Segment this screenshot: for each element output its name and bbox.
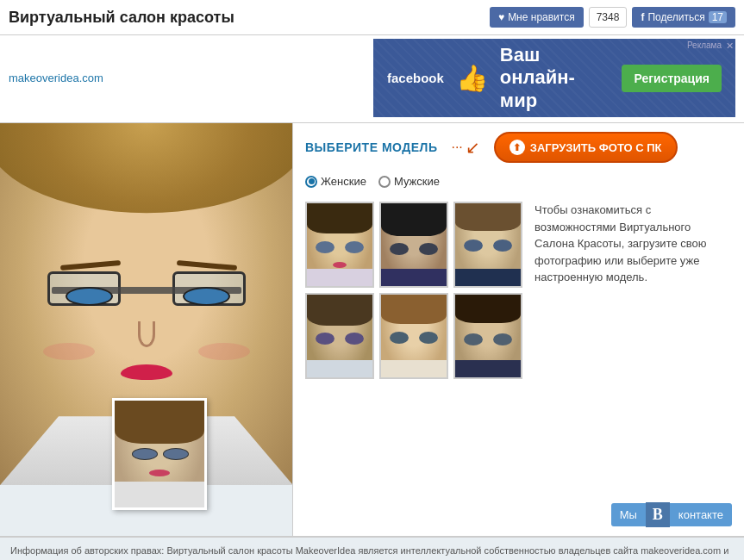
model-hair-2: [381, 203, 447, 236]
model-grid: [305, 202, 522, 379]
gender-row: Женские Мужские: [305, 175, 732, 188]
model-hair-1: [307, 203, 372, 233]
content-row: Чтобы ознакомиться с возможностями Вирту…: [305, 202, 732, 379]
small-body: [115, 482, 204, 507]
radio-female-inner: [309, 178, 315, 184]
banner-text: Ваш онлайн-мир: [500, 44, 610, 112]
model-hair-3: [455, 203, 521, 231]
photo-panel: [0, 123, 293, 536]
model-face-3: [455, 203, 521, 286]
top-bar: Виртуальный салон красоты ♥ Мне нравится…: [0, 0, 744, 35]
model-face-5: [381, 295, 447, 377]
thumbs-up-icon: 👍: [456, 63, 488, 93]
site-link[interactable]: makeoveridea.com: [9, 72, 373, 84]
like-count: 7348: [589, 7, 628, 28]
gender-male-radio[interactable]: Мужские: [378, 175, 440, 188]
small-eye-left: [132, 448, 158, 460]
vk-button[interactable]: Мы В контакте: [611, 502, 732, 527]
model-thumb-6[interactable]: [453, 293, 522, 379]
model-thumb-3[interactable]: [453, 202, 522, 288]
arrow-dots: ···↙: [451, 137, 479, 158]
gender-female-radio[interactable]: Женские: [305, 175, 366, 188]
model-hair-5: [381, 295, 447, 324]
vk-row: Мы В контакте: [305, 494, 732, 527]
model-thumb-4[interactable]: [305, 293, 374, 379]
footer-text: Информация об авторских правах: Виртуаль…: [10, 545, 728, 560]
share-button[interactable]: f Поделиться 17: [632, 7, 735, 28]
footer: Информация об авторских правах: Виртуаль…: [0, 537, 744, 560]
radio-male-circle: [378, 176, 391, 188]
model-thumb-2[interactable]: [379, 202, 448, 288]
nose: [138, 321, 155, 347]
choose-model-label: ВЫБЕРИТЕ МОДЕЛЬ: [305, 140, 437, 154]
like-button[interactable]: ♥ Мне нравится: [490, 7, 584, 28]
small-eye-right: [163, 448, 189, 460]
register-button[interactable]: Регистрация: [622, 65, 722, 92]
gender-female-label: Женские: [321, 175, 366, 188]
main-area: ВЫБЕРИТЕ МОДЕЛЬ ···↙ ⬆ ЗАГРУЗИТЬ ФОТО С …: [0, 123, 744, 537]
heart-icon: ♥: [498, 11, 504, 23]
facebook-logo: facebook: [387, 71, 444, 85]
small-hair: [115, 401, 204, 444]
fb-icon: f: [641, 11, 644, 23]
page-title: Виртуальный салон красоты: [9, 9, 490, 27]
share-count: 17: [709, 11, 727, 23]
model-face-1: [307, 203, 372, 286]
model-face-6: [455, 295, 521, 377]
top-actions: ♥ Мне нравится 7348 f Поделиться 17: [490, 7, 735, 28]
upload-icon: ⬆: [510, 140, 525, 155]
vk-logo: В: [646, 502, 670, 527]
vk-contact-label: контакте: [670, 503, 732, 526]
small-face: [115, 401, 204, 507]
model-hair-6: [455, 295, 521, 323]
model-face-4: [307, 295, 372, 377]
close-icon[interactable]: ✕: [726, 40, 734, 52]
vk-my-label: Мы: [611, 503, 646, 526]
model-hair-4: [307, 295, 372, 326]
fb-banner: facebook 👍 Ваш онлайн-мир Регистрация Ре…: [373, 39, 735, 117]
right-panel: ВЫБЕРИТЕ МОДЕЛЬ ···↙ ⬆ ЗАГРУЗИТЬ ФОТО С …: [293, 123, 744, 536]
model-thumb-5[interactable]: [379, 293, 448, 379]
model-thumb-1[interactable]: [305, 202, 374, 288]
ad-label: Реклама: [687, 40, 722, 50]
gender-male-label: Мужские: [394, 175, 440, 188]
small-lips: [149, 470, 170, 476]
second-row: makeoveridea.com facebook 👍 Ваш онлайн-м…: [0, 35, 744, 123]
model-section: ВЫБЕРИТЕ МОДЕЛЬ ···↙ ⬆ ЗАГРУЗИТЬ ФОТО С …: [305, 132, 732, 163]
upload-photo-button[interactable]: ⬆ ЗАГРУЗИТЬ ФОТО С ПК: [494, 132, 678, 163]
radio-female-circle: [305, 176, 317, 188]
small-photo: [112, 398, 207, 510]
lips-decoration: [121, 364, 172, 380]
info-text: Чтобы ознакомиться с возможностями Вирту…: [535, 202, 707, 286]
model-face-2: [381, 203, 447, 286]
